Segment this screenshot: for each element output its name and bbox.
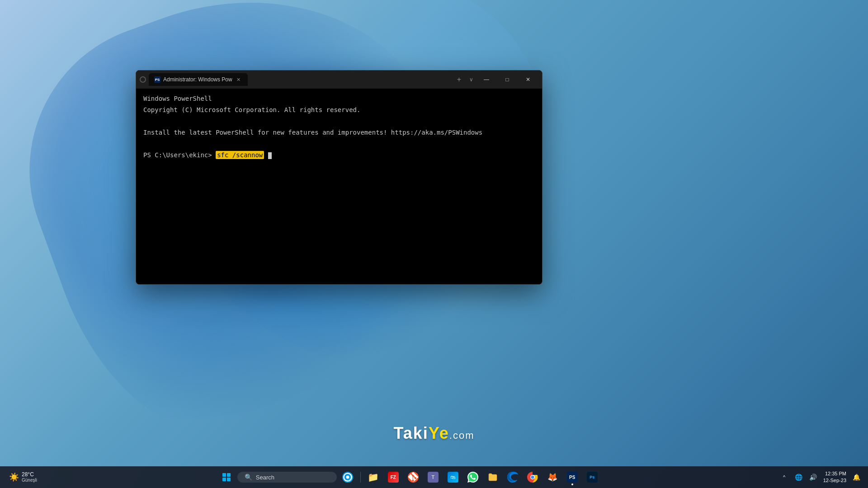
cortana-button[interactable] (339, 468, 357, 486)
ps-line-2: Copyright (C) Microsoft Corporation. All… (143, 105, 535, 115)
notifications-button[interactable]: 🔔 (850, 471, 863, 483)
taskbar-right: ^ 🌐 🔊 12:35 PM 12-Sep-23 🔔 (773, 470, 868, 484)
whatsapp-button[interactable] (464, 468, 482, 486)
chrome-button[interactable] (524, 468, 542, 486)
weather-temperature: 28°C (22, 471, 37, 478)
active-indicator (571, 483, 573, 485)
svg-rect-1 (227, 473, 231, 477)
ps-prompt: PS C:\Users\ekinc> (143, 151, 212, 159)
store-button[interactable]: 🛍 (444, 468, 462, 486)
watermark-ye: Ye (429, 424, 449, 442)
terminal-content[interactable]: Windows PowerShell Copyright (C) Microso… (136, 89, 542, 167)
search-icon: 🔍 (245, 474, 252, 481)
tray-network[interactable]: 🌐 (793, 471, 805, 483)
windows-icon (221, 472, 232, 483)
titlebar-actions: + ∨ (453, 74, 476, 85)
weather-info: 28°C Güneşli (22, 471, 37, 483)
maximize-button[interactable]: □ (497, 72, 518, 87)
taskbar: ☀️ 28°C Güneşli 🔍 Search (0, 466, 868, 488)
system-tray: ^ 🌐 🔊 (778, 471, 820, 483)
ps-line-1: Windows PowerShell (143, 94, 535, 103)
tab-close-button[interactable]: ✕ (235, 76, 242, 83)
edge-icon (507, 472, 518, 483)
teams-icon: T (428, 472, 439, 483)
ps-cursor (268, 152, 272, 159)
svg-rect-0 (222, 473, 226, 477)
firefox-button[interactable]: 🦊 (543, 468, 561, 486)
new-tab-button[interactable]: + (453, 74, 465, 85)
start-button[interactable] (217, 468, 236, 486)
store-icon: 🛍 (448, 472, 458, 483)
clock-time: 12:35 PM (823, 470, 846, 477)
weather-widget[interactable]: ☀️ 28°C Güneşli (5, 469, 41, 485)
taskbar-separator-1 (360, 472, 361, 483)
tray-overflow[interactable]: ^ (778, 471, 791, 483)
titlebar-tabs: PS Administrator: Windows Pow ✕ (149, 73, 450, 86)
powershell-tab-icon: PS (154, 76, 160, 83)
ps-line-4: Install the latest PowerShell for new fe… (143, 128, 535, 137)
tray-volume[interactable]: 🔊 (807, 471, 820, 483)
clock[interactable]: 12:35 PM 12-Sep-23 (823, 470, 846, 484)
weather-description: Güneşli (22, 478, 37, 483)
minimize-button[interactable]: — (476, 72, 497, 87)
file-explorer-button[interactable]: 📁 (364, 468, 382, 486)
powershell-taskbar-button[interactable]: PS (563, 468, 581, 486)
loading-icon (140, 76, 146, 83)
firefox-icon: 🦊 (547, 472, 558, 483)
watermark-com: .com (449, 430, 475, 441)
file-explorer-icon: 📁 (368, 472, 379, 483)
weather-icon: ☀️ (9, 472, 19, 482)
watermark-taki: Taki (393, 424, 428, 442)
git-icon (408, 472, 419, 483)
window-titlebar: PS Administrator: Windows Pow ✕ + ∨ — □ … (136, 70, 542, 89)
window-controls: — □ ✕ (476, 72, 538, 87)
git-button[interactable] (404, 468, 422, 486)
powershell-window[interactable]: PS Administrator: Windows Pow ✕ + ∨ — □ … (136, 70, 542, 285)
chrome-icon (527, 472, 538, 483)
filezilla-button[interactable]: FZ (384, 468, 402, 486)
ps-command-highlighted: sfc /scannow (216, 151, 264, 159)
ps-command-line: PS C:\Users\ekinc> sfc /scannow (143, 150, 535, 160)
tab-powershell[interactable]: PS Administrator: Windows Pow ✕ (149, 73, 248, 86)
close-button[interactable]: ✕ (518, 72, 538, 87)
svg-point-5 (346, 476, 349, 479)
photoshop-icon: Ps (587, 472, 598, 483)
edge-button[interactable] (504, 468, 522, 486)
svg-rect-3 (227, 478, 231, 481)
teams-button[interactable]: T (424, 468, 442, 486)
file-manager-icon (487, 472, 498, 483)
tab-label: Administrator: Windows Pow (163, 76, 232, 83)
powershell-taskbar-icon: PS (567, 472, 578, 483)
file-manager-button[interactable] (484, 468, 502, 486)
filezilla-icon: FZ (388, 472, 399, 483)
dropdown-button[interactable]: ∨ (467, 75, 476, 84)
photoshop-button[interactable]: Ps (583, 468, 601, 486)
taskbar-center: 🔍 Search 📁 FZ (46, 468, 773, 486)
cortana-icon (342, 472, 353, 483)
search-label: Search (256, 474, 274, 481)
search-bar[interactable]: 🔍 Search (237, 472, 337, 483)
desktop: TakiYe.com PS Administrator: Windows Pow… (0, 0, 868, 488)
watermark: TakiYe.com (393, 424, 474, 443)
taskbar-left: ☀️ 28°C Güneşli (0, 469, 46, 485)
ps-line-3 (143, 117, 535, 126)
ps-line-5 (143, 139, 535, 149)
clock-date: 12-Sep-23 (823, 477, 846, 484)
svg-rect-2 (222, 478, 226, 481)
whatsapp-icon (467, 472, 478, 483)
